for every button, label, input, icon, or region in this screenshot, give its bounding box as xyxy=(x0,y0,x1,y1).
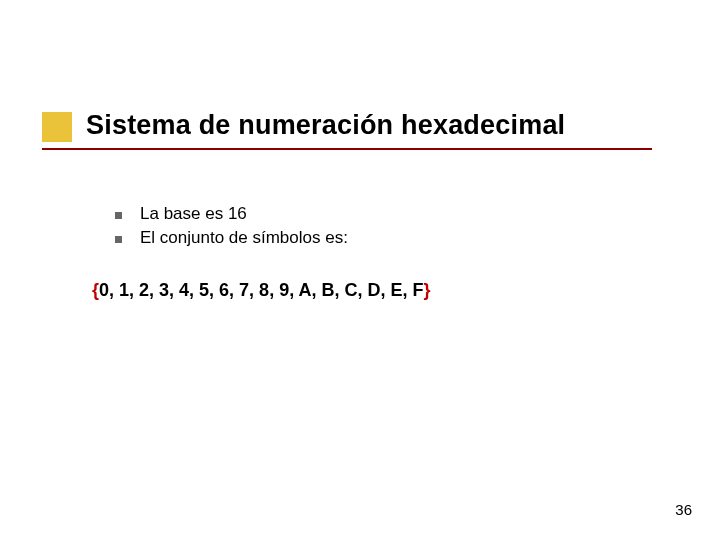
symbol-set: {0, 1, 2, 3, 4, 5, 6, 7, 8, 9, A, B, C, … xyxy=(92,280,431,301)
list-item: El conjunto de símbolos es: xyxy=(115,226,348,250)
page-number: 36 xyxy=(675,501,692,518)
slide: Sistema de numeración hexadecimal La bas… xyxy=(0,0,720,540)
brace-open: { xyxy=(92,280,99,300)
body-list: La base es 16 El conjunto de símbolos es… xyxy=(115,202,348,250)
square-bullet-icon xyxy=(115,236,122,243)
accent-square-icon xyxy=(42,112,72,142)
symbol-set-content: 0, 1, 2, 3, 4, 5, 6, 7, 8, 9, A, B, C, D… xyxy=(99,280,423,300)
list-item-text: El conjunto de símbolos es: xyxy=(140,226,348,250)
slide-title: Sistema de numeración hexadecimal xyxy=(86,110,565,141)
title-underline xyxy=(42,148,652,150)
list-item-text: La base es 16 xyxy=(140,202,348,226)
brace-close: } xyxy=(423,280,430,300)
list-item: La base es 16 xyxy=(115,202,348,226)
square-bullet-icon xyxy=(115,212,122,219)
